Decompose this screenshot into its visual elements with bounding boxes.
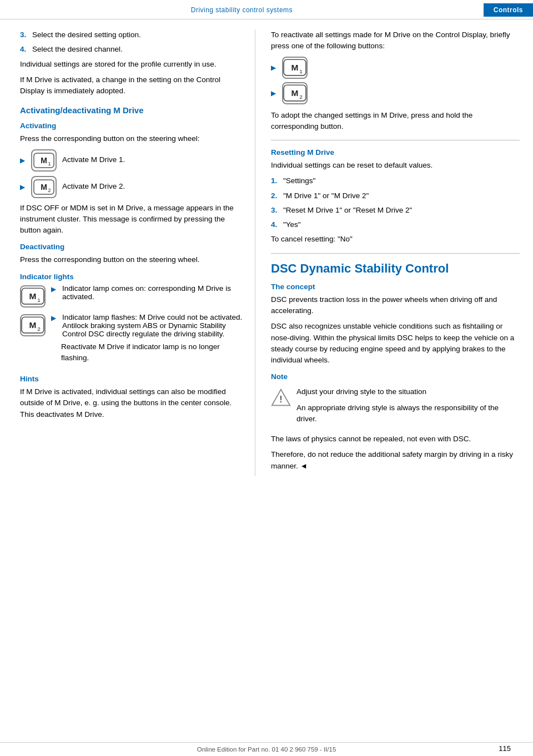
header-left-label: Driving stability control systems bbox=[191, 6, 293, 14]
reactivate-para: To reactivate all settings made for M Dr… bbox=[271, 29, 520, 52]
dsc-heading: DSC Dynamic Stability Control bbox=[271, 261, 520, 276]
activate-m2-label: Activate M Drive 2. bbox=[62, 181, 125, 192]
step-4-num: 4. bbox=[20, 44, 32, 55]
svg-text:M: M bbox=[41, 183, 47, 191]
note-text-block: Adjust your driving style to the situati… bbox=[296, 386, 520, 429]
step-4: 4. Select the desired channel. bbox=[20, 44, 244, 55]
reset-step-2: 2. "M Drive 1" or "M Drive 2" bbox=[271, 190, 520, 201]
svg-text:1: 1 bbox=[299, 68, 303, 74]
indicator-2-content: ▶ Indicator lamp flashes: M Drive could … bbox=[51, 313, 244, 369]
svg-text:M: M bbox=[41, 156, 47, 165]
para-control-display: If M Drive is activated, a change in the… bbox=[20, 74, 244, 97]
step-3-text: Select the desired setting option. bbox=[32, 29, 141, 41]
svg-text:M: M bbox=[29, 291, 37, 301]
sub-indicator: Indicator lights bbox=[20, 273, 244, 281]
footer-text: Online Edition for Part no. 01 40 2 960 … bbox=[197, 746, 336, 753]
indicator-1-bullet: ▶ Indicator lamp comes on: corresponding… bbox=[51, 284, 244, 301]
indicator-row-2: M 2 ▶ Indicator lamp flashes: M Drive co… bbox=[20, 313, 244, 369]
deactivating-para: Press the corresponding button on the st… bbox=[20, 254, 244, 265]
indicator-2-extra: Reactivate M Drive if indicator lamp is … bbox=[61, 341, 244, 364]
adopt-para: To adopt the changed settings in M Drive… bbox=[271, 110, 520, 133]
m1-svg: M 1 bbox=[33, 152, 54, 169]
reset-text-3: "Reset M Drive 1" or "Reset M Drive 2" bbox=[283, 205, 412, 216]
m1-indicator-icon: M 1 bbox=[20, 285, 46, 308]
note-para1: The laws of physics cannot be repealed, … bbox=[271, 434, 520, 445]
step-3: 3. Select the desired setting option. bbox=[20, 29, 244, 41]
activate-m1-row: ▶ M 1 Activate M Drive 1. bbox=[20, 149, 244, 172]
hints-para: If M Drive is activated, individual sett… bbox=[20, 386, 244, 420]
reset-text-4: "Yes" bbox=[283, 219, 301, 230]
reset-step-1: 1. "Settings" bbox=[271, 175, 520, 187]
note-para2: Therefore, do not reduce the additional … bbox=[271, 449, 520, 472]
sub-hints: Hints bbox=[20, 375, 244, 383]
header-section-left: Driving stability control systems bbox=[0, 6, 484, 14]
step-3-num: 3. bbox=[20, 29, 32, 41]
svg-text:2: 2 bbox=[37, 325, 41, 331]
svg-text:1: 1 bbox=[48, 161, 51, 167]
svg-text:2: 2 bbox=[299, 93, 303, 99]
m2-ind-svg: M 2 bbox=[21, 316, 44, 334]
header-right-label: Controls bbox=[494, 6, 523, 14]
indicator-1-text: Indicator lamp comes on: corresponding M… bbox=[62, 284, 244, 301]
note-box: ! Adjust your driving style to the situa… bbox=[271, 386, 520, 429]
reset-text-1: "Settings" bbox=[283, 175, 315, 187]
indicator-row-1: M 1 ▶ Indicator lamp comes on: correspon… bbox=[20, 284, 244, 308]
m1-ind-svg: M 1 bbox=[21, 287, 44, 305]
svg-text:2: 2 bbox=[48, 188, 51, 193]
reset-num-1: 1. bbox=[271, 175, 283, 187]
main-content: 3. Select the desired setting option. 4.… bbox=[0, 19, 533, 476]
right-m1-svg: M 1 bbox=[283, 58, 306, 77]
reset-step-3: 3. "Reset M Drive 1" or "Reset M Drive 2… bbox=[271, 205, 520, 216]
right-m2-svg: M 2 bbox=[283, 84, 306, 102]
right-column: To reactivate all settings made for M Dr… bbox=[255, 29, 533, 476]
note-heading: Note bbox=[271, 372, 520, 381]
right-m2-icon: M 2 bbox=[282, 82, 308, 104]
page-number: 115 bbox=[499, 744, 511, 753]
right-arrow-2: ▶ bbox=[271, 89, 278, 97]
arrow-icon-1: ▶ bbox=[20, 157, 27, 164]
divider-1 bbox=[271, 140, 520, 140]
note-line1: Adjust your driving style to the situati… bbox=[296, 386, 520, 397]
resetting-para: Individual settings can be reset to defa… bbox=[271, 160, 520, 171]
reset-num-3: 3. bbox=[271, 205, 283, 216]
m2-svg: M 2 bbox=[33, 179, 54, 195]
page-header: Driving stability control systems Contro… bbox=[0, 0, 533, 19]
reset-num-4: 4. bbox=[271, 219, 283, 230]
right-arrow-1: ▶ bbox=[271, 64, 278, 72]
dsc-para: If DSC OFF or MDM is set in M Drive, a m… bbox=[20, 203, 244, 236]
svg-text:M: M bbox=[291, 63, 299, 72]
sub-deactivating: Deactivating bbox=[20, 243, 244, 251]
reactivate-m1-row: ▶ M 1 bbox=[271, 57, 520, 79]
svg-text:!: ! bbox=[279, 394, 282, 404]
reset-text-2: "M Drive 1" or "M Drive 2" bbox=[283, 190, 369, 201]
left-column: 3. Select the desired setting option. 4.… bbox=[0, 29, 255, 476]
indicator-2-bullet: ▶ Indicator lamp flashes: M Drive could … bbox=[51, 313, 244, 338]
note-line2: An appropriate driving style is always t… bbox=[296, 402, 520, 425]
arrow-icon-2: ▶ bbox=[20, 183, 27, 191]
sub-activating: Activating bbox=[20, 122, 244, 130]
end-marker: ◄ bbox=[300, 462, 308, 470]
divider-2 bbox=[271, 253, 520, 254]
cancel-text: To cancel resetting: "No" bbox=[271, 234, 520, 245]
activating-para: Press the corresponding button on the st… bbox=[20, 133, 244, 144]
reset-num-2: 2. bbox=[271, 190, 283, 201]
step-4-text: Select the desired channel. bbox=[32, 44, 123, 55]
reset-step-4: 4. "Yes" bbox=[271, 219, 520, 230]
m2-button-icon: M 2 bbox=[31, 176, 57, 198]
concept-para2: DSC also recognizes unstable vehicle con… bbox=[271, 321, 520, 366]
page-footer: Online Edition for Part no. 01 40 2 960 … bbox=[0, 742, 533, 756]
para-profile: Individual settings are stored for the p… bbox=[20, 59, 244, 70]
activate-m2-row: ▶ M 2 Activate M Drive 2. bbox=[20, 176, 244, 198]
concept-para1: DSC prevents traction loss in the power … bbox=[271, 294, 520, 317]
svg-text:1: 1 bbox=[37, 296, 41, 303]
reactivate-m2-row: ▶ M 2 bbox=[271, 82, 520, 104]
header-section-right: Controls bbox=[484, 3, 533, 17]
section-activating-heading: Activating/deactivating M Drive bbox=[20, 105, 244, 115]
svg-text:M: M bbox=[29, 320, 37, 330]
indicator-1-content: ▶ Indicator lamp comes on: corresponding… bbox=[51, 284, 244, 304]
indicator-2-text: Indicator lamp flashes: M Drive could no… bbox=[62, 313, 244, 338]
m2-indicator-icon: M 2 bbox=[20, 314, 46, 336]
concept-heading: The concept bbox=[271, 283, 520, 291]
resetting-heading: Resetting M Drive bbox=[271, 148, 520, 157]
svg-text:M: M bbox=[291, 88, 299, 98]
